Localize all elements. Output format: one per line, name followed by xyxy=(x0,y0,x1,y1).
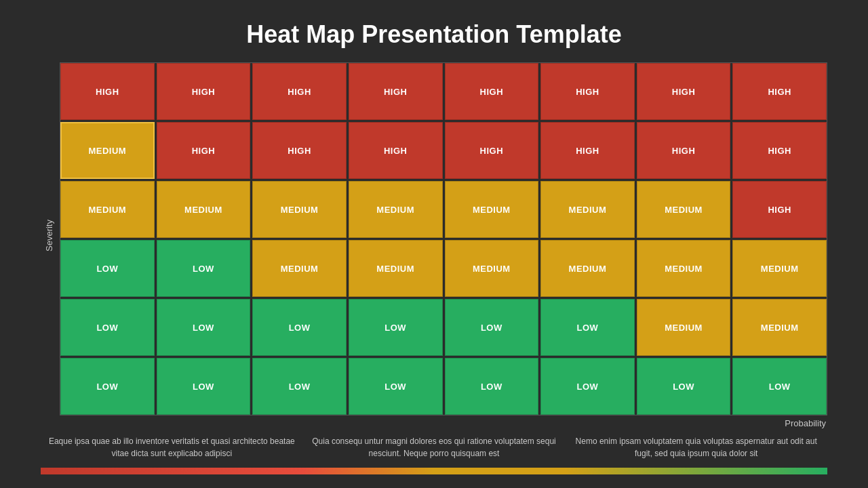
color-bar-yellow xyxy=(303,468,566,474)
cell-r3-c5: MEDIUM xyxy=(540,240,635,297)
chart-area: Severity HIGHHIGHHIGHHIGHHIGHHIGHHIGHHIG… xyxy=(41,62,827,428)
cell-r5-c1: LOW xyxy=(157,358,251,415)
bottom-section: Eaque ipsa quae ab illo inventore verita… xyxy=(41,435,827,474)
cell-r2-c1: MEDIUM xyxy=(157,181,251,238)
cell-r5-c7: LOW xyxy=(732,358,827,415)
cell-r2-c7: HIGH xyxy=(732,181,827,238)
cell-r0-c1: HIGH xyxy=(157,63,251,120)
cell-r0-c4: HIGH xyxy=(445,63,539,120)
cell-r3-c3: MEDIUM xyxy=(349,240,443,297)
cell-r4-c5: LOW xyxy=(540,299,635,356)
description-1: Eaque ipsa quae ab illo inventore verita… xyxy=(47,435,296,460)
cell-r2-c3: MEDIUM xyxy=(349,181,443,238)
cell-r4-c1: LOW xyxy=(157,299,251,356)
cell-r0-c2: HIGH xyxy=(252,63,347,120)
heat-map-grid: HIGHHIGHHIGHHIGHHIGHHIGHHIGHHIGHMEDIUMHI… xyxy=(60,62,827,415)
cell-r3-c4: MEDIUM xyxy=(445,240,539,297)
cell-r4-c4: LOW xyxy=(445,299,539,356)
description-3: Nemo enim ipsam voluptatem quia voluptas… xyxy=(572,435,821,460)
page-title: Heat Map Presentation Template xyxy=(246,20,621,49)
cell-r5-c0: LOW xyxy=(60,358,155,415)
cell-r4-c3: LOW xyxy=(349,299,443,356)
descriptions-container: Eaque ipsa quae ab illo inventore verita… xyxy=(41,435,827,460)
cell-r3-c6: MEDIUM xyxy=(637,240,731,297)
cell-r4-c2: LOW xyxy=(252,299,347,356)
description-2: Quia consequ untur magni dolores eos qui… xyxy=(310,435,559,460)
cell-r4-c7: MEDIUM xyxy=(732,299,827,356)
cell-r4-c0: LOW xyxy=(60,299,155,356)
cell-r5-c3: LOW xyxy=(349,358,443,415)
y-axis-container: Severity xyxy=(41,62,57,428)
cell-r1-c3: HIGH xyxy=(349,122,443,179)
cell-r0-c3: HIGH xyxy=(349,63,443,120)
cell-r0-c7: HIGH xyxy=(732,63,827,120)
cell-r5-c4: LOW xyxy=(445,358,539,415)
cell-r0-c5: HIGH xyxy=(540,63,635,120)
grid-and-x: HIGHHIGHHIGHHIGHHIGHHIGHHIGHHIGHMEDIUMHI… xyxy=(60,62,827,428)
cell-r2-c0: MEDIUM xyxy=(60,181,155,238)
color-bar-green xyxy=(565,468,827,474)
cell-r0-c6: HIGH xyxy=(637,63,731,120)
cell-r1-c0: MEDIUM xyxy=(60,122,155,179)
x-axis-row: Probability xyxy=(60,415,827,428)
cell-r1-c5: HIGH xyxy=(540,122,635,179)
cell-r3-c0: LOW xyxy=(60,240,155,297)
color-bar-red xyxy=(41,468,303,474)
cell-r0-c0: HIGH xyxy=(60,63,155,120)
cell-r1-c2: HIGH xyxy=(252,122,347,179)
cell-r5-c5: LOW xyxy=(540,358,635,415)
cell-r5-c6: LOW xyxy=(637,358,731,415)
cell-r4-c6: MEDIUM xyxy=(637,299,731,356)
y-axis-label: Severity xyxy=(44,220,54,251)
cell-r1-c6: HIGH xyxy=(637,122,731,179)
page-container: Heat Map Presentation Template Severity … xyxy=(0,0,868,488)
cell-r3-c2: MEDIUM xyxy=(252,240,347,297)
cell-r3-c1: LOW xyxy=(157,240,251,297)
cell-r1-c4: HIGH xyxy=(445,122,539,179)
cell-r1-c7: HIGH xyxy=(732,122,827,179)
cell-r2-c5: MEDIUM xyxy=(540,181,635,238)
cell-r2-c2: MEDIUM xyxy=(252,181,347,238)
cell-r5-c2: LOW xyxy=(252,358,347,415)
cell-r3-c7: MEDIUM xyxy=(732,240,827,297)
cell-r2-c6: MEDIUM xyxy=(637,181,731,238)
cell-r2-c4: MEDIUM xyxy=(445,181,539,238)
x-axis-label: Probability xyxy=(785,418,826,428)
color-bars xyxy=(41,468,827,474)
cell-r1-c1: HIGH xyxy=(157,122,251,179)
